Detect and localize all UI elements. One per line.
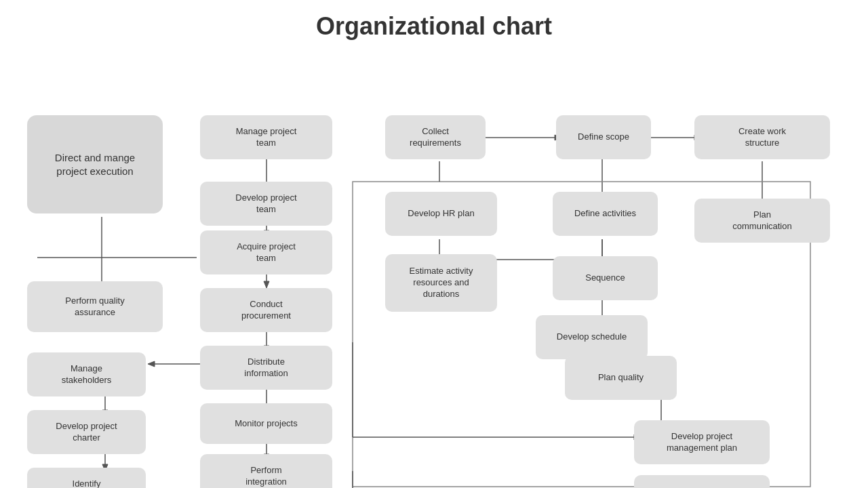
- plan-communication-node: Plancommunication: [694, 199, 830, 243]
- develop-hr-node: Develop HR plan: [385, 192, 497, 236]
- develop-project-team-node: Develop projectteam: [200, 182, 332, 226]
- page-title: Organizational chart: [0, 0, 868, 47]
- develop-charter-node: Develop projectcharter: [27, 410, 146, 454]
- collect-req-node: Collectrequirements: [385, 115, 486, 159]
- distribute-info-node: Distributeinformation: [200, 346, 332, 390]
- svg-marker-18: [148, 361, 155, 367]
- monitor-projects-node: Monitor projects: [200, 403, 332, 444]
- create-work-node: Create workstructure: [694, 115, 830, 159]
- conduct-procurement-node: Conductprocurement: [200, 288, 332, 332]
- plan-procurement-node: Plan procurement: [634, 475, 770, 488]
- svg-marker-8: [264, 281, 269, 288]
- develop-mgmt-plan-node: Develop projectmanagement plan: [634, 420, 770, 464]
- manage-project-team-node: Manage projectteam: [200, 115, 332, 159]
- define-scope-node: Define scope: [556, 115, 651, 159]
- identify-stakeholders-node: Identifystakeholders: [27, 468, 146, 488]
- define-activities-node: Define activities: [553, 192, 658, 236]
- develop-schedule-node: Develop schedule: [536, 315, 648, 359]
- direct-node: Direct and mangeproject execution: [27, 115, 163, 214]
- perform-integration-node: Performintegration: [200, 454, 332, 488]
- plan-quality-node: Plan quality: [565, 356, 677, 400]
- acquire-project-team-node: Acquire projectteam: [200, 230, 332, 274]
- estimate-activity-node: Estimate activityresources anddurations: [385, 254, 497, 312]
- sequence-node: Sequence: [553, 256, 658, 300]
- manage-stakeholders-node: Managestakeholders: [27, 352, 146, 396]
- perform-quality-node: Perform qualityassurance: [27, 281, 163, 332]
